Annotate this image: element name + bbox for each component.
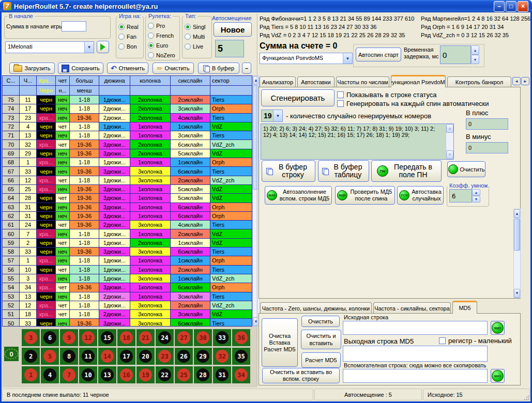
checkbox-icon[interactable]: [337, 91, 344, 98]
tab-functional-psevdoms[interactable]: Функционал PsevdoMS: [391, 75, 446, 87]
spin-up-icon[interactable]: ▲: [472, 189, 480, 196]
roulette-number-17[interactable]: 17: [117, 348, 135, 365]
md5-clear-paste-button[interactable]: Очистить и вставить: [301, 330, 341, 349]
load-button[interactable]: Загрузить: [9, 63, 55, 74]
delay-value[interactable]: 0: [440, 45, 471, 64]
roulette-number-30[interactable]: 30: [194, 329, 212, 346]
new-button[interactable]: Новое: [214, 22, 252, 37]
history-row-54[interactable]: 5434кра...чет19-363дюжи...1колонка6сикла…: [3, 283, 252, 292]
plus-value[interactable]: 0: [466, 118, 508, 130]
autofill-md5-button[interactable]: МА5 Автозаполнение вспом. строки МД5: [265, 186, 332, 205]
history-header-cell[interactable]: Ч...: [20, 76, 37, 86]
roulette-number-7[interactable]: 7: [60, 366, 78, 383]
roulette-number-8[interactable]: 8: [60, 348, 78, 365]
functional-combobox[interactable]: Функционал PsevdoMS ▼: [260, 53, 353, 64]
roulette-number-9[interactable]: 9: [60, 329, 78, 346]
play-button[interactable]: [97, 41, 109, 53]
minus-button[interactable]: –: [242, 63, 251, 74]
history-header-cell[interactable]: [20, 86, 37, 96]
check-md5-button[interactable]: МД5 Проверить МД5 после спина: [335, 186, 395, 205]
scrollbar-thumb[interactable]: [514, 219, 520, 251]
roulette-number-11[interactable]: 11: [79, 348, 97, 365]
roulette-number-27[interactable]: 27: [175, 329, 193, 346]
checkbox-show-status[interactable]: Показывать в строке статуса: [337, 91, 437, 99]
tabs-scroll-left-icon[interactable]: ◄: [512, 77, 521, 85]
radio-nozero[interactable]: NoZero: [148, 50, 175, 60]
send-to-pn-button[interactable]: ПН Передать в поле ПН: [371, 160, 442, 182]
roulette-number-21[interactable]: 21: [136, 329, 155, 346]
roulette-number-24[interactable]: 24: [156, 329, 174, 346]
tab-bottom-md5[interactable]: MD5: [452, 301, 477, 314]
history-row-64[interactable]: 6428чернчет19-363дюжи...1колонка5сиклайн…: [3, 194, 252, 203]
history-row-67[interactable]: 6733черннеч19-363дюжи...3колонка6сиклайн…: [3, 167, 252, 176]
roulette-number-10[interactable]: 10: [79, 366, 97, 383]
history-header-cell[interactable]: сектор: [210, 76, 252, 86]
radio-fan[interactable]: Fan: [118, 32, 139, 41]
scroll-up-icon[interactable]: ▲: [253, 76, 259, 85]
md5-big-button[interactable]: Очистка Вставка Расчет MD5: [262, 318, 298, 367]
roulette-number-6[interactable]: 6: [41, 329, 59, 346]
history-row-50[interactable]: 5033черннеч19-363дюжи...3колонка6сиклайн…: [3, 319, 252, 327]
md5-aux-icon-button[interactable]: МА5: [491, 369, 505, 383]
md5-aux-input[interactable]: [343, 369, 488, 383]
history-row-65[interactable]: 6525кра...неч19-363дюжи...1колонка5сикла…: [3, 185, 252, 194]
roulette-number-1[interactable]: 1: [22, 366, 40, 383]
radio-french[interactable]: French: [148, 30, 175, 40]
roulette-number-2[interactable]: 2: [22, 348, 40, 365]
spin-table-scrollbar[interactable]: ▲ ▼: [513, 209, 521, 298]
resize-grip[interactable]: [524, 395, 529, 400]
save-button[interactable]: Сохранить: [58, 63, 103, 74]
radio-bon[interactable]: Bon: [118, 41, 139, 51]
koef-value[interactable]: 6: [449, 189, 472, 203]
tab-top-1[interactable]: Автоставки: [297, 76, 335, 87]
history-header-cell[interactable]: Черн: [37, 86, 56, 96]
radio-euro[interactable]: Euro: [148, 40, 175, 50]
roulette-number-34[interactable]: 34: [232, 366, 250, 383]
roulette-number-22[interactable]: 22: [156, 366, 174, 383]
history-header-cell[interactable]: дюжина: [99, 76, 130, 86]
tab-top-0[interactable]: Анализатор: [260, 76, 296, 87]
tabs-scroll-right-icon[interactable]: ►: [521, 77, 529, 85]
chevron-down-icon[interactable]: ▼: [84, 42, 94, 53]
radio-live[interactable]: Live: [185, 41, 205, 51]
scroll-up-icon[interactable]: ▲: [514, 209, 520, 218]
roulette-number-32[interactable]: 32: [213, 348, 231, 365]
radio-real[interactable]: Real: [118, 22, 139, 32]
autospin-button[interactable]: Автоспин старт: [356, 48, 401, 61]
history-row-69[interactable]: 6929черннеч19-363дюжи...2колонка5сиклайн…: [3, 149, 252, 158]
buffer-line-button[interactable]: В буфер строку: [262, 160, 315, 182]
md5-clear-button[interactable]: Очистить: [301, 316, 340, 327]
history-header-cell[interactable]: колонка: [130, 76, 171, 86]
history-header-cell[interactable]: [99, 86, 130, 96]
history-row-52[interactable]: 5212кра...чет1-181дюжи...3колонка2сиклай…: [3, 301, 252, 310]
copy-button[interactable]: В буфер: [198, 63, 239, 74]
scroll-down-icon[interactable]: ▼: [514, 289, 520, 298]
roulette-number-15[interactable]: 15: [98, 329, 116, 346]
history-row-53[interactable]: 5313черннеч1-182дюжи...1колонка3сиклайнT…: [3, 292, 252, 301]
history-row-66[interactable]: 6612кра...чет1-181дюжи...3колонка2сиклай…: [3, 176, 252, 185]
count-combobox[interactable]: 19 ▼: [261, 110, 283, 122]
tab-bottom-1[interactable]: Частота - сиклайны, сектора: [373, 302, 451, 314]
roulette-number-3[interactable]: 3: [22, 329, 40, 346]
checkbox-lowercase[interactable]: регистр - маленький: [439, 337, 512, 345]
history-row-62[interactable]: 6231черннеч19-363дюжи...1колонка6сиклайн…: [3, 212, 252, 221]
history-row-75[interactable]: 7511черннеч1-181дюжи...2колонка2сиклайнT…: [3, 96, 252, 104]
close-button[interactable]: ×: [518, 1, 528, 12]
checkbox-icon[interactable]: [337, 100, 344, 107]
scroll-down-icon[interactable]: ▼: [446, 150, 453, 159]
clear-button[interactable]: ✏ Очистить: [153, 63, 194, 74]
radio-multi[interactable]: Multi: [185, 32, 205, 41]
md5-clear-paste-aux-button[interactable]: Очистить и вставить во вспом. строку: [262, 368, 340, 383]
history-header-cell[interactable]: больш: [70, 76, 99, 86]
roulette-number-13[interactable]: 13: [98, 366, 116, 383]
history-row-57[interactable]: 571кра...неч1-181дюжи...1колонка1сиклайн…: [3, 256, 252, 265]
generate-button[interactable]: Сгенерировать: [261, 89, 335, 106]
history-header-cell[interactable]: н...: [56, 86, 70, 96]
history-header-cell[interactable]: [210, 86, 252, 96]
minus-value[interactable]: 0: [466, 142, 508, 153]
tab-top-4[interactable]: Контроль банкрол: [447, 76, 511, 87]
md5-calc-button[interactable]: Расчет MD5: [301, 352, 341, 368]
history-header-cell[interactable]: С...: [3, 76, 20, 86]
koef-spinner[interactable]: ▲ ▼: [472, 189, 480, 203]
roulette-number-20[interactable]: 20: [136, 348, 155, 365]
